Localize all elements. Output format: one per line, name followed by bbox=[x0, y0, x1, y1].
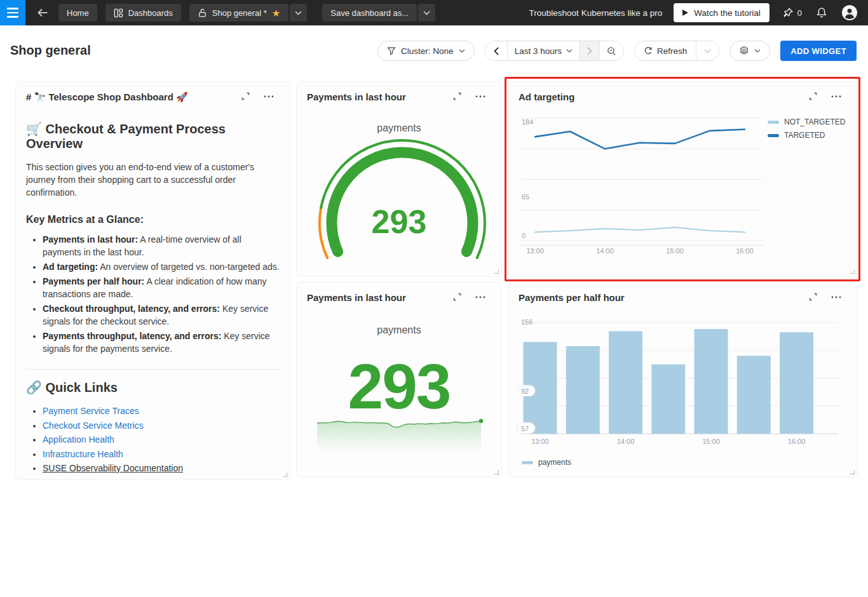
quick-link[interactable]: Application Health bbox=[43, 434, 114, 445]
quick-link-item: SUSE Observability Documentation bbox=[43, 461, 280, 476]
save-dashboard-as-button[interactable]: Save dashboard as... bbox=[322, 4, 417, 22]
chevron-down-icon bbox=[704, 49, 711, 53]
gauge-value: 293 bbox=[297, 203, 501, 241]
watch-tutorial-label: Watch the tutorial bbox=[694, 8, 761, 18]
save-dashboard-chevron[interactable] bbox=[418, 4, 435, 22]
unlock-icon bbox=[198, 8, 207, 18]
time-back-button[interactable] bbox=[485, 41, 507, 60]
time-zoom-out-button[interactable] bbox=[599, 41, 623, 60]
legend-item-targeted[interactable]: TARGETED bbox=[768, 131, 845, 140]
page-title: Shop general bbox=[10, 43, 91, 58]
svg-text:13:00: 13:00 bbox=[526, 247, 544, 255]
markdown-intro: This section gives you an end-to-end vie… bbox=[26, 161, 280, 199]
save-dashboard-as-label: Save dashboard as... bbox=[330, 8, 409, 18]
filter-funnel-icon bbox=[387, 46, 396, 55]
chevron-right-icon bbox=[587, 47, 592, 55]
quick-link[interactable]: SUSE Observability Documentation bbox=[43, 463, 183, 473]
resize-handle[interactable] bbox=[494, 470, 499, 474]
refresh-button[interactable]: Refresh bbox=[635, 41, 696, 60]
add-widget-button[interactable]: ADD WIDGET bbox=[780, 41, 857, 61]
expand-widget-button[interactable] bbox=[452, 292, 462, 304]
metric-item-label: Payments in last hour: bbox=[43, 234, 138, 245]
svg-text:57: 57 bbox=[521, 425, 529, 433]
pin-count: 0 bbox=[797, 8, 802, 18]
payments-value: 293 bbox=[297, 354, 501, 418]
dashboards-icon bbox=[114, 8, 123, 18]
time-range-label: Last 3 hours bbox=[515, 46, 562, 56]
svg-text:65: 65 bbox=[522, 193, 529, 201]
widget-payments-gauge: Payments in last hour payments 293 bbox=[296, 81, 502, 277]
quick-link-item: Application Health bbox=[43, 433, 280, 447]
user-avatar[interactable] bbox=[840, 3, 859, 22]
watch-tutorial-button[interactable]: Watch the tutorial bbox=[674, 3, 770, 22]
refresh-options-chevron[interactable] bbox=[696, 41, 719, 60]
svg-text:14:00: 14:00 bbox=[596, 247, 614, 255]
nav-home-button[interactable]: Home bbox=[58, 4, 97, 22]
widget-menu-button[interactable] bbox=[475, 91, 486, 103]
markdown-heading: 🛒 Checkout & Payment Process Overview bbox=[26, 121, 280, 151]
hamburger-icon bbox=[7, 8, 18, 10]
metric-item-text: An overview of targeted vs. non-targeted… bbox=[98, 262, 280, 272]
metric-item-label: Payments throughput, latency, and errors… bbox=[43, 331, 221, 341]
widget-payments-per-half-hour: Payments per half hour 156925713:0014:00… bbox=[508, 282, 858, 478]
zoom-out-icon bbox=[607, 46, 616, 56]
dashboard-controls: Cluster: None Last 3 hours Refresh bbox=[377, 41, 857, 61]
nav-dashboards-button[interactable]: Dashboards bbox=[105, 4, 181, 22]
svg-text:156: 156 bbox=[521, 318, 532, 326]
legend-item-payments[interactable]: payments bbox=[522, 458, 571, 467]
svg-text:16:00: 16:00 bbox=[736, 247, 754, 255]
widget-menu-button[interactable] bbox=[475, 292, 486, 304]
nav-home-label: Home bbox=[67, 8, 89, 18]
metric-item-label: Ad targeting: bbox=[43, 262, 98, 272]
dashboard-settings-button[interactable] bbox=[729, 41, 770, 61]
refresh-control: Refresh bbox=[634, 41, 719, 61]
play-icon bbox=[682, 10, 688, 16]
menu-button[interactable] bbox=[0, 0, 25, 25]
widget-menu-button[interactable] bbox=[263, 91, 275, 103]
payments-bar-chart: 156925713:0014:0015:0016:00 bbox=[508, 283, 858, 478]
widget-title: # 🔭 Telescope Shop Dashboard 🚀 bbox=[26, 91, 188, 102]
svg-text:13:00: 13:00 bbox=[531, 438, 549, 445]
dashboard-switcher-chevron[interactable] bbox=[290, 4, 307, 22]
svg-text:184: 184 bbox=[522, 118, 533, 126]
quick-link[interactable]: Checkout Service Metrics bbox=[43, 420, 144, 431]
resize-handle[interactable] bbox=[494, 269, 499, 274]
payments-sparkline bbox=[316, 413, 484, 457]
legend-item-not_targeted[interactable]: NOT_TARGETED bbox=[768, 117, 845, 126]
widget-header: Payments in last hour bbox=[307, 91, 491, 104]
nav-buttons: Home Dashboards Shop general * ★ Save da… bbox=[58, 4, 435, 22]
back-button[interactable] bbox=[31, 0, 55, 25]
resize-handle[interactable] bbox=[850, 269, 855, 274]
svg-text:16:00: 16:00 bbox=[788, 438, 806, 445]
ellipsis-icon bbox=[475, 91, 486, 101]
notifications-button[interactable] bbox=[815, 6, 829, 20]
time-range-selector[interactable]: Last 3 hours bbox=[507, 41, 580, 60]
expand-widget-button[interactable] bbox=[241, 91, 250, 103]
quick-link-item: Payment Service Traces bbox=[43, 404, 280, 419]
metric-item-label: Checkout throughput, latency, and errors… bbox=[43, 304, 220, 314]
ellipsis-icon bbox=[475, 292, 486, 302]
quick-links-heading: 🔗 Quick Links bbox=[26, 380, 280, 395]
time-forward-button[interactable] bbox=[580, 41, 599, 60]
ellipsis-icon bbox=[263, 91, 275, 101]
resize-handle[interactable] bbox=[850, 470, 855, 474]
widget-ad-targeting: Ad targeting 18465013:0014:0015:0016:00 … bbox=[508, 81, 858, 277]
quick-link[interactable]: Infrastructure Health bbox=[43, 449, 123, 459]
pin-button[interactable]: 0 bbox=[781, 6, 803, 20]
resize-handle[interactable] bbox=[283, 473, 287, 477]
legend-label: TARGETED bbox=[784, 131, 825, 140]
metric-item: Ad targeting: An overview of targeted vs… bbox=[43, 260, 280, 273]
cluster-filter[interactable]: Cluster: None bbox=[377, 41, 475, 61]
current-dashboard-label: Shop general * bbox=[212, 8, 267, 18]
legend-swatch bbox=[768, 134, 779, 137]
top-navbar: Home Dashboards Shop general * ★ Save da… bbox=[0, 0, 868, 25]
divider bbox=[26, 369, 280, 370]
expand-widget-button[interactable] bbox=[452, 91, 462, 103]
chevron-left-icon bbox=[494, 47, 499, 55]
expand-icon bbox=[241, 91, 250, 101]
nav-current-dashboard-button[interactable]: Shop general * ★ bbox=[189, 4, 288, 22]
quick-link-item: Checkout Service Metrics bbox=[43, 419, 280, 433]
quick-links-list: Payment Service TracesCheckout Service M… bbox=[26, 404, 280, 476]
quick-link[interactable]: Payment Service Traces bbox=[43, 406, 139, 416]
favorite-star-icon[interactable]: ★ bbox=[272, 8, 280, 18]
